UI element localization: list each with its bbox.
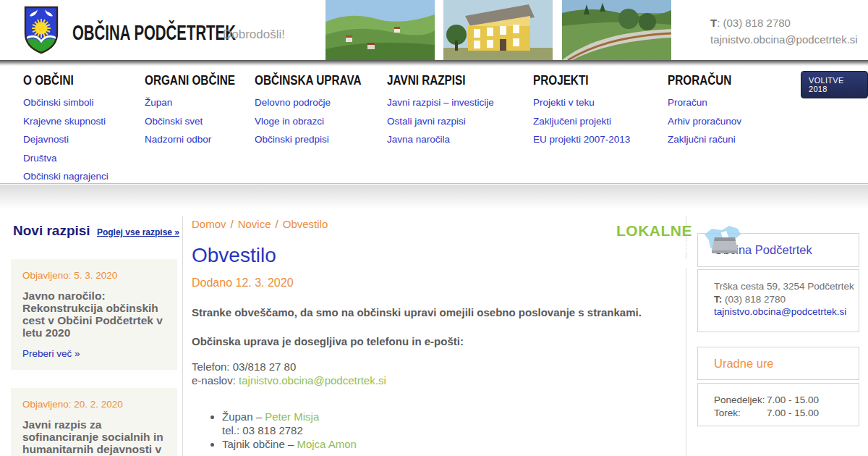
nav-column-o-obcini: O OBČINI Občinski simboli Krajevne skupn… <box>23 73 109 190</box>
municipality-coat-of-arms-icon[interactable] <box>24 6 59 54</box>
page-title: Obvestilo <box>192 244 680 267</box>
mayor-phone: tel.: 03 818 2782 <box>222 423 680 437</box>
nav-heading[interactable]: O OBČINI <box>23 73 74 88</box>
nav-link[interactable]: Občinski predpisi <box>255 134 380 145</box>
nav-link[interactable]: Ostali javni razpisi <box>387 116 494 127</box>
header-shadow <box>0 60 868 66</box>
read-more-link[interactable]: Preberi več » <box>22 348 80 359</box>
page: OBČINA PODČETRTEK Dobrodošli! <box>0 0 868 456</box>
email-line: e-naslov: tajnistvo.obcina@podcetrtek.si <box>192 373 680 387</box>
nav-link[interactable]: Proračun <box>668 97 743 108</box>
nav-column-javni-razpisi: JAVNI RAZPISI Javni razpisi – investicij… <box>387 73 494 153</box>
hours-row: Ponedeljek: 7.00 - 15.00 <box>714 394 859 407</box>
municipality-box-content: Trška cesta 59, 3254 Podčetrtek T: (03) … <box>697 269 859 332</box>
sidebar-email-link[interactable]: tajnistvo.obcina@podcetrtek.si <box>714 306 846 317</box>
contact-list: Župan – Peter Misja tel.: 03 818 2782 Ta… <box>222 410 680 451</box>
view-all-tenders-link[interactable]: Poglej vse razpise » <box>97 227 179 237</box>
breadcrumb-separator: / <box>276 218 278 230</box>
breadcrumb-separator: / <box>231 218 234 230</box>
nav-link[interactable]: Občinski svet <box>145 116 251 127</box>
main-navigation: O OBČINI Občinski simboli Krajevne skupn… <box>0 66 868 184</box>
news-card[interactable]: Objavljeno: 5. 3. 2020 Javno naročilo: R… <box>11 259 177 370</box>
breadcrumb-home-link[interactable]: Domov <box>192 218 226 230</box>
phone-email-lines: Telefon: 03/818 27 80 e-naslov: tajnistv… <box>192 360 680 387</box>
added-date: Dodano 12. 3. 2020 <box>192 276 680 290</box>
header-photo-hillside <box>326 0 435 60</box>
nav-heading[interactable]: PRORAČUN <box>668 73 731 88</box>
news-title: Javno naročilo: Rekonstrukcija občinskih… <box>22 290 166 339</box>
nav-column-projekti: PROJEKTI Projekti v teku Zaključeni proj… <box>533 73 630 153</box>
nav-link[interactable]: Arhiv proračunov <box>668 116 743 127</box>
list-item: Tajnik občine – Mojca Amon <box>222 437 680 451</box>
header-contact: T: (03) 818 2780 tajnistvo.obcina@podcet… <box>710 14 858 48</box>
nav-heading[interactable]: PROJEKTI <box>533 73 589 88</box>
header-photo-building <box>443 0 553 60</box>
nav-link[interactable]: Društva <box>23 153 109 164</box>
hours-row: Torek: 7.00 - 15.00 <box>714 407 859 420</box>
mayor-link[interactable]: Peter Misja <box>265 410 319 423</box>
nav-column-obcinska-uprava: OBČINSKA UPRAVA Delovno področje Vloge i… <box>255 73 380 153</box>
nav-link[interactable]: Nadzorni odbor <box>145 134 251 145</box>
left-divider <box>182 216 183 456</box>
main-content: Domov/Novice/Obvestilo Obvestilo Dodano … <box>192 218 680 451</box>
nav-link[interactable]: Delovno področje <box>255 97 380 108</box>
nav-link[interactable]: Zaključeni projekti <box>533 116 630 127</box>
sidebar-right: LOKALNE VOLITVE 2018 Občina Podčetrtek T… <box>697 220 859 426</box>
list-item: Župan – Peter Misja tel.: 03 818 2782 <box>222 410 680 437</box>
nav-heading[interactable]: OBČINSKA UPRAVA <box>255 73 362 88</box>
nav-link[interactable]: Krajevne skupnosti <box>23 116 109 127</box>
site-title[interactable]: OBČINA PODČETRTEK <box>72 20 236 45</box>
header-phone: T: (03) 818 2780 <box>710 14 858 31</box>
nav-link[interactable]: Župan <box>145 97 251 108</box>
office-hours-content: Ponedeljek: 7.00 - 15.00 Torek: 7.00 - 1… <box>697 383 859 426</box>
news-published-date: Objavljeno: 5. 3. 2020 <box>22 270 166 281</box>
nav-link[interactable]: Projekti v teku <box>533 97 630 108</box>
breadcrumb: Domov/Novice/Obvestilo <box>192 218 680 230</box>
nav-heading[interactable]: JAVNI RAZPISI <box>387 73 466 88</box>
nav-link[interactable]: Občinski nagrajenci <box>23 171 109 182</box>
news-card[interactable]: Objavljeno: 20. 2. 2020 Javni razpis za … <box>11 388 177 456</box>
notice-paragraph-1: Stranke obveščamo, da smo na občinski up… <box>192 306 680 318</box>
content-email-link[interactable]: tajnistvo.obcina@podcetrtek.si <box>239 374 386 387</box>
nav-column-proracun: PRORAČUN Proračun Arhiv proračunov Zaklj… <box>668 73 743 153</box>
news-title: Javni razpis za sofinanciranje socialnih… <box>22 418 166 456</box>
breadcrumb-current: Obvestilo <box>283 218 328 230</box>
header-photo-road <box>562 0 671 60</box>
nav-link[interactable]: Občinski simboli <box>23 97 109 108</box>
nav-column-organi-obcine: ORGANI OBČINE Župan Občinski svet Nadzor… <box>145 73 251 153</box>
nav-link[interactable]: Vloge in obrazci <box>255 116 380 127</box>
secretary-link[interactable]: Mojca Amon <box>297 438 357 450</box>
breadcrumb-news-link[interactable]: Novice <box>238 218 271 230</box>
news-published-date: Objavljeno: 20. 2. 2020 <box>22 399 166 410</box>
nav-link[interactable]: Dejavnosti <box>23 134 109 145</box>
nav-heading[interactable]: ORGANI OBČINE <box>145 73 235 88</box>
volitve-2018-button[interactable]: VOLITVE 2018 <box>801 71 868 98</box>
new-tenders-title: Novi razpisi <box>13 223 90 239</box>
nav-link[interactable]: Zaključni računi <box>668 134 743 145</box>
notice-paragraph-2: Občinska uprava je dosegljiva po telefon… <box>192 335 680 347</box>
nav-link[interactable]: Javni razpisi – investicije <box>387 97 494 108</box>
welcome-text: Dobrodošli! <box>223 28 285 42</box>
phone-line: Telefon: 03/818 27 80 <box>192 360 680 373</box>
header-email[interactable]: tajnistvo.obcina@podcetrtek.si <box>710 31 858 48</box>
nav-link[interactable]: EU projekti 2007-2013 <box>533 134 630 145</box>
sidebar-new-tenders: Novi razpisi Poglej vse razpise » Objavl… <box>11 223 182 456</box>
header: OBČINA PODČETRTEK Dobrodošli! <box>0 0 868 60</box>
office-hours-heading: Uradne ure <box>697 347 859 380</box>
nav-fade-band <box>0 185 868 209</box>
phone-line: T: (03) 818 2780 <box>714 293 859 306</box>
nav-link[interactable]: Javna naročila <box>387 134 494 145</box>
address-line: Trška cesta 59, 3254 Podčetrtek <box>714 280 859 293</box>
